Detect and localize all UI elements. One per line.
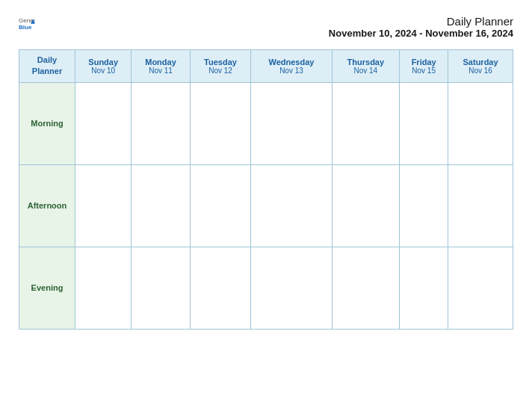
day-date-monday: Nov 11 [134,67,186,75]
cell-morning-monday[interactable] [132,82,190,164]
cell-morning-wednesday[interactable] [251,82,332,164]
day-name-monday: Monday [134,58,186,67]
cell-afternoon-sunday[interactable] [75,164,132,247]
cell-evening-sunday[interactable] [75,247,132,329]
generalblue-logo-icon: General Blue [19,15,35,31]
cell-morning-thursday[interactable] [332,82,400,164]
cell-morning-saturday[interactable] [448,82,513,164]
cell-morning-friday[interactable] [400,82,448,164]
day-name-saturday: Saturday [451,58,510,67]
cell-evening-monday[interactable] [132,247,190,329]
day-name-thursday: Thursday [335,58,397,67]
header-label-line2: Planner [32,67,62,75]
table-header-row: Daily Planner Sunday Nov 10 Monday Nov 1… [19,50,513,83]
day-header-tuesday: Tuesday Nov 12 [190,50,251,83]
title-section: Daily Planner November 10, 2024 - Novemb… [329,15,513,39]
header-label-cell: Daily Planner [19,50,75,83]
cell-afternoon-monday[interactable] [132,164,190,247]
table-row-morning: Morning [19,82,513,164]
cell-evening-friday[interactable] [400,247,448,329]
logo-section: General Blue [19,15,35,31]
day-name-friday: Friday [403,58,445,67]
cell-afternoon-thursday[interactable] [332,164,400,247]
day-date-friday: Nov 15 [403,67,445,75]
row-label-morning: Morning [19,82,75,164]
cell-evening-thursday[interactable] [332,247,400,329]
cell-morning-tuesday[interactable] [190,82,251,164]
day-date-thursday: Nov 14 [335,67,397,75]
planner-table: Daily Planner Sunday Nov 10 Monday Nov 1… [19,49,513,330]
table-row-afternoon: Afternoon [19,164,513,247]
cell-afternoon-tuesday[interactable] [190,164,251,247]
header-label-line1: Daily [37,55,57,64]
table-row-evening: Evening [19,247,513,329]
day-header-wednesday: Wednesday Nov 13 [251,50,332,83]
cell-morning-sunday[interactable] [75,82,132,164]
day-header-thursday: Thursday Nov 14 [332,50,400,83]
day-date-wednesday: Nov 13 [254,67,328,75]
cell-evening-saturday[interactable] [448,247,513,329]
day-name-wednesday: Wednesday [254,58,328,67]
row-label-afternoon: Afternoon [19,164,75,247]
row-label-evening: Evening [19,247,75,329]
cell-evening-wednesday[interactable] [251,247,332,329]
cell-evening-tuesday[interactable] [190,247,251,329]
date-range: November 10, 2024 - November 16, 2024 [329,28,513,39]
day-date-tuesday: Nov 12 [194,67,248,75]
planner-title: Daily Planner [329,15,513,28]
day-header-sunday: Sunday Nov 10 [75,50,132,83]
page: General Blue Daily Planner November 10, … [0,0,532,411]
day-header-friday: Friday Nov 15 [400,50,448,83]
cell-afternoon-saturday[interactable] [448,164,513,247]
day-date-saturday: Nov 16 [451,67,510,75]
day-date-sunday: Nov 10 [78,67,128,75]
cell-afternoon-wednesday[interactable] [251,164,332,247]
header: General Blue Daily Planner November 10, … [19,15,513,39]
day-header-monday: Monday Nov 11 [132,50,190,83]
cell-afternoon-friday[interactable] [400,164,448,247]
day-name-tuesday: Tuesday [194,58,248,67]
day-header-saturday: Saturday Nov 16 [448,50,513,83]
svg-text:Blue: Blue [19,24,32,31]
day-name-sunday: Sunday [78,58,128,67]
